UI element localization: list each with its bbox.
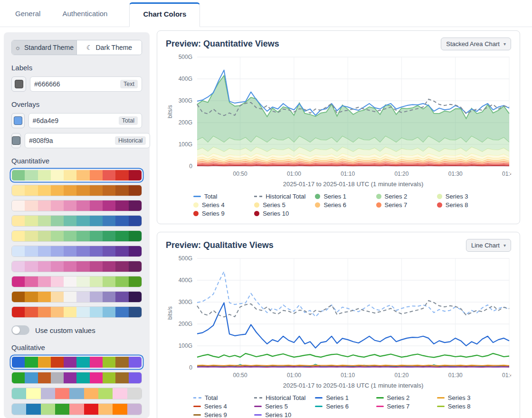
palette-row[interactable] [11, 230, 142, 242]
palette-row[interactable] [11, 170, 142, 181]
palette-color-cell [12, 216, 25, 226]
legend-item[interactable]: Series 2 [376, 394, 437, 401]
historical-color-input[interactable] [29, 137, 115, 144]
chart-type-dropdown-quantitative[interactable]: Stacked Area Chart ▾ [441, 38, 511, 50]
legend-item[interactable]: Series 6 [315, 201, 376, 209]
labels-color-input[interactable] [34, 80, 120, 88]
total-color-input[interactable] [33, 117, 119, 124]
palette-color-cell [64, 200, 76, 211]
palette-row[interactable] [11, 356, 142, 368]
legend-item[interactable]: Total [193, 394, 254, 401]
custom-values-row: Use custom values [11, 325, 142, 335]
svg-text:01:00: 01:00 [287, 171, 301, 177]
legend-item[interactable]: Series 4 [193, 403, 254, 410]
historical-color-swatch[interactable] [11, 133, 21, 148]
svg-text:bits/s: bits/s [167, 105, 173, 118]
palette-color-cell [115, 307, 128, 317]
palette-color-cell [25, 170, 38, 180]
standard-theme-label: Standard Theme [24, 44, 74, 51]
legend-item[interactable]: Historical Total [254, 394, 315, 401]
legend-item[interactable]: Historical Total [254, 193, 315, 200]
legend-marker [254, 414, 262, 416]
legend-item[interactable]: Series 3 [437, 193, 498, 200]
standard-theme-button[interactable]: ☼ Standard Theme [12, 40, 76, 55]
palette-row[interactable] [11, 306, 142, 318]
palette-color-cell [103, 231, 115, 241]
labels-color-swatch[interactable] [11, 76, 26, 92]
tab-general[interactable]: General [15, 10, 40, 27]
palette-row[interactable] [11, 215, 142, 227]
svg-text:00:50: 00:50 [233, 372, 247, 379]
palette-color-cell [64, 185, 76, 196]
palette-row[interactable] [11, 403, 142, 415]
palette-color-cell [115, 372, 128, 383]
use-custom-values-toggle[interactable] [11, 325, 29, 335]
legend-item[interactable]: Series 3 [437, 394, 498, 401]
svg-text:200G: 200G [179, 119, 192, 126]
palette-row[interactable] [11, 388, 142, 399]
legend-label: Series 8 [448, 403, 471, 410]
legend-marker [315, 397, 323, 399]
palette-color-cell [12, 357, 25, 368]
palette-color-cell [129, 261, 142, 272]
total-color-swatch[interactable] [11, 113, 25, 128]
legend-marker [315, 202, 320, 208]
palette-color-cell [76, 216, 89, 226]
palette-color-cell [90, 357, 103, 368]
svg-text:100G: 100G [179, 342, 192, 349]
legend-item[interactable]: Series 10 [254, 411, 315, 418]
tab-chart-colors[interactable]: Chart Colors [129, 2, 200, 27]
palette-color-cell [25, 216, 38, 226]
palette-color-cell [103, 276, 115, 287]
palette-color-cell [76, 246, 89, 256]
legend-label: Series 10 [265, 411, 291, 418]
legend-item[interactable]: Series 7 [376, 403, 437, 410]
legend-item[interactable]: Total [193, 193, 254, 200]
palette-color-cell [113, 404, 127, 415]
palette-color-cell [38, 372, 51, 383]
palette-color-cell [98, 404, 113, 415]
palette-color-cell [103, 357, 115, 368]
palette-color-cell [113, 388, 127, 399]
total-field-badge: Total [119, 116, 138, 125]
legend-item[interactable]: Series 5 [254, 201, 315, 209]
legend-item[interactable]: Series 8 [437, 403, 498, 410]
palette-row[interactable] [11, 246, 142, 257]
chart-type-dropdown-qualitative[interactable]: Line Chart ▾ [466, 239, 511, 252]
palette-row[interactable] [11, 261, 142, 272]
palette-row[interactable] [11, 291, 142, 303]
tab-authentication[interactable]: Authentication [62, 10, 107, 27]
legend-item[interactable]: Series 10 [254, 210, 315, 217]
legend-item[interactable]: Series 9 [193, 210, 254, 217]
palette-row[interactable] [11, 372, 142, 384]
palette-color-cell [115, 246, 128, 256]
legend-item[interactable]: Series 6 [315, 403, 376, 410]
palette-color-cell [25, 372, 38, 383]
qualitative-heading: Qualitative [11, 343, 142, 352]
legend-label: Series 1 [326, 394, 349, 401]
legend-label: Series 5 [263, 201, 285, 209]
legend-item[interactable]: Series 8 [437, 201, 498, 209]
palette-color-cell [64, 170, 76, 180]
palette-color-cell [76, 185, 89, 196]
palette-row[interactable] [11, 276, 142, 287]
palette-color-cell [51, 292, 64, 302]
legend-marker [193, 211, 199, 216]
legend-item[interactable]: Series 4 [193, 201, 254, 209]
palette-color-cell [51, 246, 64, 256]
legend-item[interactable]: Series 1 [315, 193, 376, 200]
svg-text:400G: 400G [179, 277, 192, 284]
palette-row[interactable] [11, 185, 142, 196]
legend-label: Series 3 [448, 394, 471, 401]
legend-item[interactable]: Series 2 [376, 193, 437, 200]
legend-marker [254, 196, 262, 197]
legend-item[interactable]: Series 1 [315, 394, 376, 401]
legend-item[interactable]: Series 7 [376, 201, 437, 209]
palette-row[interactable] [11, 200, 142, 211]
dark-theme-button[interactable]: ☾ Dark Theme [76, 40, 142, 55]
svg-text:01:10: 01:10 [341, 171, 355, 177]
legend-item[interactable]: Series 5 [254, 403, 315, 410]
palette-color-cell [12, 231, 25, 241]
legend-item[interactable]: Series 9 [193, 411, 254, 418]
stacked-area-chart: 0100G200G300G400G500G00:5001:0001:1001:2… [166, 53, 511, 189]
